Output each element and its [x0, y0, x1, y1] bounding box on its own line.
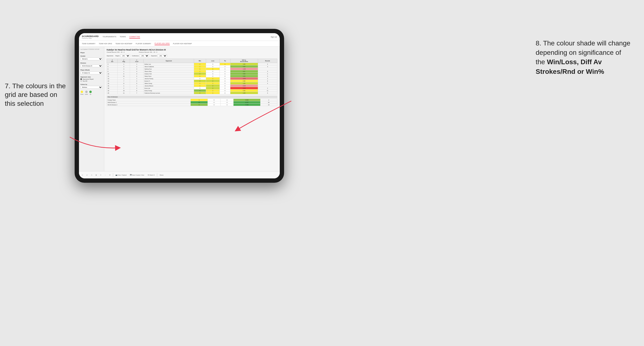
sidebar-gender-select[interactable]: Women's — [80, 57, 102, 60]
subnav-player-h2h-heatmap[interactable]: PLAYER H2H HEATMAP — [173, 42, 192, 45]
ood-win: 1 — [191, 99, 208, 101]
legend-level: Level — [85, 91, 88, 95]
cell-reg: 3 — [118, 68, 130, 70]
col-div: #Div — [107, 59, 118, 63]
col-opponent: Opponent — [144, 59, 194, 63]
sidebar: Last Updated: 27/03/2024 16:55:38 Player… — [79, 47, 104, 171]
filter-opponent-label: Opponent — [151, 55, 157, 56]
sidebar-colour-by-select[interactable]: Win/loss — [80, 86, 102, 89]
filter-opponent-select[interactable]: (All) — [158, 54, 167, 57]
subnav-team-summary[interactable]: TEAM SUMMARY — [82, 42, 96, 45]
sub-nav: TEAM SUMMARY TEAM H2H GRID TEAM H2H HEAT… — [79, 41, 280, 47]
filter-conference-select[interactable]: (All) — [140, 54, 149, 57]
subnav-player-summary[interactable]: PLAYER SUMMARY — [136, 42, 151, 45]
radio-label-top100: Top 100 — [82, 80, 88, 82]
sidebar-opponent-view-label: Opponent view — [80, 76, 102, 78]
ood-opponent: NCAA Division 2 — [107, 104, 191, 106]
main-content: Last Updated: 27/03/2024 16:55:38 Player… — [79, 47, 280, 171]
sidebar-player-rank-select[interactable]: 8. Katelyn Vo — [80, 71, 102, 74]
sidebar-timestamp: Last Updated: 27/03/2024 16:55:38 — [80, 49, 102, 50]
filter-region-select[interactable]: (All) — [120, 54, 130, 57]
bottom-toolbar: ↩ ↩ ↪ ⊞ ✂ ··· ⟳ 📷 View: Original 💾 Save … — [79, 171, 280, 178]
cell-tie: 0 — [220, 73, 230, 75]
sidebar-player-rank-section: Player (Rank) 8. Katelyn Vo — [80, 69, 102, 74]
cell-rounds: 6 — [258, 92, 277, 94]
ood-tie: 0 — [220, 104, 234, 106]
cell-win: 0 — [194, 77, 206, 80]
cell-opponent: Heejo Hyun — [144, 75, 194, 77]
cell-reg: 1 — [118, 70, 130, 73]
filter-region-label: Region — [115, 55, 120, 56]
nav-sign-out[interactable]: Sign out — [270, 36, 277, 38]
cell-div: 5 — [107, 65, 118, 68]
ood-table-row: Foreign Team 1 0 0 4.500 2 — [107, 99, 277, 101]
table-row: 18 2 2 Euna Lee 0 2 0 -5.00 2 — [107, 87, 277, 89]
cell-diff: 3.67 — [230, 70, 258, 73]
subnav-team-h2h-heatmap[interactable]: TEAM H2H HEATMAP — [115, 42, 132, 45]
cell-win: 1 — [194, 82, 206, 85]
cell-div: 10 — [107, 73, 118, 75]
toolbar-share[interactable]: Share — [159, 174, 164, 176]
subnav-player-h2h-grid[interactable]: PLAYER H2H GRID — [154, 42, 170, 45]
cell-loss: 0 — [206, 70, 220, 73]
table-row: 16 1 1 Jessica Mason 1 2 0 -0.94 — [107, 85, 277, 87]
legend-up-circle — [89, 91, 92, 93]
toolbar-refresh[interactable]: ⟳ — [108, 173, 112, 176]
cell-loss: 1 — [206, 68, 220, 70]
cell-reg: 1 — [118, 77, 130, 80]
cell-diff: 1.25 — [230, 82, 258, 85]
nav-committee[interactable]: COMMITTEE — [129, 35, 140, 38]
legend-down: Down — [80, 91, 84, 95]
toolbar-cut[interactable]: ✂ — [99, 173, 102, 176]
cell-win: 2 — [194, 80, 206, 82]
cell-opponent: Euna Lee — [144, 87, 194, 89]
filter-opponent-group: Opponent (All) — [151, 54, 167, 57]
ood-diff: 7.400 — [234, 104, 260, 106]
nav-tournaments[interactable]: TOURNAMENTS — [102, 35, 116, 38]
cell-conf: 3 — [130, 68, 144, 70]
sidebar-division-select[interactable]: NCAA Division III — [80, 64, 102, 67]
h2h-table: #Div #Reg #Conf Opponent Win Loss Tie Di… — [107, 59, 277, 94]
cell-opponent: Andrea York — [144, 73, 194, 75]
cell-conf: 4 — [130, 80, 144, 82]
table-row: 3 1 1 Esther Lee 1 0 1 1.50 4 — [107, 63, 277, 65]
sidebar-player-section: Player — [80, 52, 102, 53]
filter-row: Opponents: Region (All) Conference (All) — [107, 54, 277, 57]
cell-loss: 0 — [206, 63, 220, 65]
cell-tie: 0 — [220, 77, 230, 80]
ood-diff: 9.267 — [234, 101, 260, 104]
subnav-team-h2h-grid[interactable]: TEAM H2H GRID — [99, 42, 112, 45]
toolbar-grid[interactable]: ⊞ — [94, 173, 98, 176]
cell-tie: 0 — [220, 80, 230, 82]
table-row: 10 6 3 Andrea York 2 0 0 4.00 4 — [107, 73, 277, 75]
cell-opponent: Alexis Sudjianto — [144, 65, 194, 68]
ood-rounds: 30 — [260, 101, 277, 104]
cell-win: 1 — [194, 65, 206, 68]
col-reg: #Reg — [118, 59, 130, 63]
cell-loss: 1 — [206, 89, 220, 92]
sidebar-radio-played[interactable]: Opponents Played — [80, 78, 102, 80]
cell-div: 9 — [107, 70, 118, 73]
toolbar-undo2[interactable]: ↩ — [86, 173, 88, 176]
toolbar-watch[interactable]: 👁 Watch ▾ — [146, 173, 156, 176]
cell-rounds: 2 — [258, 87, 277, 89]
sidebar-radio-top100[interactable]: Top 100 — [80, 80, 102, 82]
nav-teams[interactable]: TEAMS — [120, 35, 126, 38]
toolbar-view-original[interactable]: 📷 View: Original — [114, 173, 128, 176]
cell-win: 1 — [194, 70, 206, 73]
cell-diff: 1.33 — [230, 92, 258, 94]
cell-reg: 2 — [118, 87, 130, 89]
cell-tie: 0 — [220, 68, 230, 70]
cell-tie: 0 — [220, 85, 230, 87]
ood-loss: 0 — [208, 101, 220, 104]
cell-opponent: Jessica Huang — [144, 77, 194, 80]
table-row: 9 1 4 Sharon Mun 1 0 0 3.67 3 — [107, 70, 277, 73]
toolbar-undo[interactable]: ↩ — [81, 173, 84, 176]
cell-diff: -5.00 — [230, 87, 258, 89]
toolbar-more[interactable]: ··· — [104, 174, 107, 176]
toolbar-save-custom-view[interactable]: 💾 Save Custom View — [129, 173, 145, 176]
cell-loss: 2 — [206, 85, 220, 87]
toolbar-redo[interactable]: ↪ — [90, 173, 93, 176]
filter-conference-label: Conference — [132, 55, 139, 56]
cell-reg: 1 — [118, 85, 130, 87]
